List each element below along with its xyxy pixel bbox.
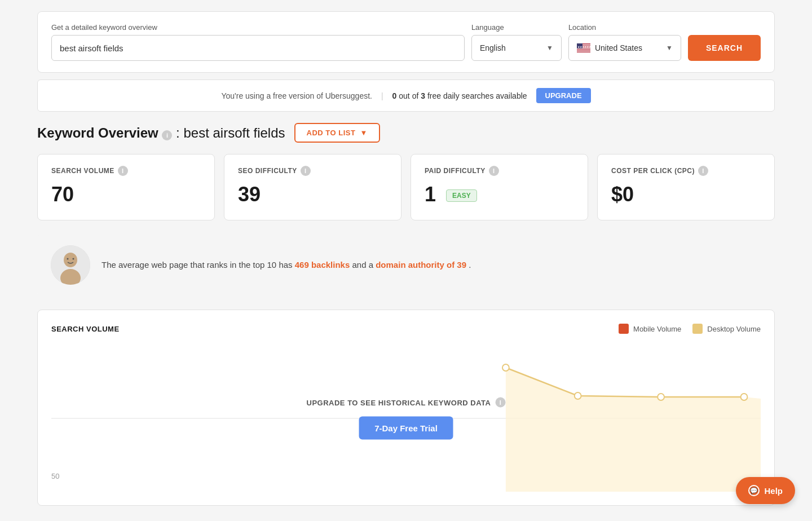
keyword-name: best airsoft fields [183, 125, 285, 140]
svg-point-12 [67, 258, 69, 260]
count-text: 0 out of 3 free daily searches available [392, 91, 527, 100]
cpc-label: COST PER CLICK (CPC) i [611, 166, 761, 176]
backlinks-highlight: 469 backlinks [295, 260, 350, 270]
info-text: The average web page that ranks in the t… [102, 258, 471, 272]
overview-title: Keyword Overview i : best airsoft fields [37, 125, 285, 141]
cpc-card: COST PER CLICK (CPC) i $0 [597, 154, 775, 220]
svg-rect-5 [577, 50, 590, 50]
upgrade-overlay-text: UPGRADE TO SEE HISTORICAL KEYWORD DATA i [307, 398, 506, 408]
language-label: Language [471, 23, 562, 32]
desktop-volume-legend: Desktop Volume [692, 324, 761, 334]
separator: | [381, 91, 383, 100]
language-value: English [480, 43, 506, 52]
mobile-volume-legend: Mobile Volume [619, 324, 681, 334]
svg-point-17 [575, 392, 581, 399]
location-value: United States [595, 43, 642, 52]
search-input-wrapper [51, 35, 465, 61]
search-input[interactable] [60, 43, 456, 53]
svg-point-13 [73, 258, 74, 260]
svg-rect-6 [577, 51, 590, 52]
desktop-volume-dot [692, 324, 703, 334]
chart-title: SEARCH VOLUME [51, 325, 120, 333]
chevron-down-icon: ▼ [546, 44, 553, 52]
svg-text:★★★★★★: ★★★★★★ [577, 45, 590, 48]
search-volume-label: SEARCH VOLUME i [51, 166, 201, 176]
svg-marker-15 [506, 368, 761, 492]
location-label: Location [568, 23, 681, 32]
chart-legend: Mobile Volume Desktop Volume [619, 324, 761, 334]
search-button[interactable]: SEARCH [688, 35, 761, 61]
us-flag-icon: ★★★★★★ [577, 43, 590, 52]
seo-difficulty-value: 39 [238, 183, 387, 206]
trial-button[interactable]: 7-Day Free Trial [359, 417, 453, 440]
chart-y-label: 50 [51, 472, 59, 480]
language-select[interactable]: English ▼ [471, 35, 562, 61]
paid-difficulty-value: 1 EASY [425, 183, 574, 206]
easy-badge: EASY [446, 189, 477, 202]
paid-difficulty-label: PAID DIFFICULTY i [425, 166, 574, 176]
seo-difficulty-card: SEO DIFFICULTY i 39 [224, 154, 401, 220]
overview-info-icon[interactable]: i [162, 130, 172, 140]
svg-point-19 [741, 394, 748, 400]
search-label: Get a detailed keyword overview [51, 23, 465, 32]
chart-body: 50 UPGRADE TO SEE HISTORICAL KEYWORD DAT… [51, 345, 761, 492]
svg-point-18 [657, 394, 664, 400]
upgrade-button[interactable]: UPGRADE [536, 88, 591, 103]
search-volume-info-icon[interactable]: i [118, 166, 128, 176]
avatar [51, 245, 90, 285]
mobile-volume-dot [619, 324, 629, 334]
location-chevron-icon: ▼ [666, 44, 673, 52]
add-to-list-button[interactable]: ADD TO LIST ▼ [294, 123, 380, 143]
search-volume-value: 70 [51, 183, 201, 206]
metrics-row: SEARCH VOLUME i 70 SEO DIFFICULTY i 39 P… [37, 154, 775, 220]
free-banner: You're using a free version of Ubersugge… [37, 80, 775, 112]
chat-icon: 💬 [748, 485, 760, 496]
free-text: You're using a free version of Ubersugge… [221, 91, 372, 100]
search-volume-card: SEARCH VOLUME i 70 [37, 154, 215, 220]
location-select[interactable]: ★★★★★★ United States ▼ [568, 35, 681, 61]
chart-section: SEARCH VOLUME Mobile Volume Desktop Volu… [37, 310, 775, 506]
chart-header: SEARCH VOLUME Mobile Volume Desktop Volu… [51, 324, 761, 334]
search-section: Get a detailed keyword overview Language… [37, 11, 775, 73]
info-banner: The average web page that ranks in the t… [37, 234, 775, 296]
svg-point-16 [502, 364, 509, 371]
domain-authority-highlight: domain authority of 39 [376, 260, 466, 270]
chevron-down-icon: ▼ [360, 129, 367, 137]
cpc-info-icon[interactable]: i [698, 166, 708, 176]
avatar-image [51, 245, 90, 285]
paid-difficulty-info-icon[interactable]: i [489, 166, 499, 176]
cpc-value: $0 [611, 183, 761, 206]
chart-upgrade-overlay: UPGRADE TO SEE HISTORICAL KEYWORD DATA i… [307, 398, 506, 440]
help-button[interactable]: 💬 Help [736, 477, 795, 504]
paid-difficulty-card: PAID DIFFICULTY i 1 EASY [411, 154, 588, 220]
keyword-overview-header: Keyword Overview i : best airsoft fields… [37, 123, 775, 143]
seo-difficulty-label: SEO DIFFICULTY i [238, 166, 387, 176]
upgrade-info-icon[interactable]: i [495, 398, 505, 408]
seo-difficulty-info-icon[interactable]: i [301, 166, 311, 176]
svg-point-10 [64, 253, 77, 267]
